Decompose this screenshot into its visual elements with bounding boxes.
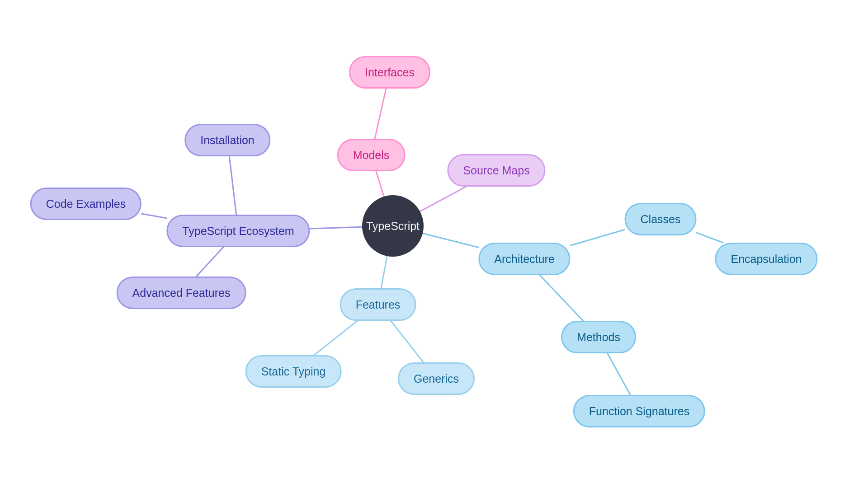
node-generics[interactable]: Generics bbox=[398, 362, 475, 395]
node-label: Methods bbox=[577, 331, 620, 343]
node-code-examples[interactable]: Code Examples bbox=[30, 188, 142, 220]
edge bbox=[423, 234, 478, 248]
node-ecosystem[interactable]: TypeScript Ecosystem bbox=[166, 215, 310, 247]
edge bbox=[381, 256, 387, 288]
node-methods[interactable]: Methods bbox=[561, 321, 636, 353]
edge bbox=[571, 230, 625, 245]
edge bbox=[391, 321, 423, 362]
node-label: Installation bbox=[200, 134, 255, 146]
node-label: Generics bbox=[414, 372, 459, 385]
node-encapsulation[interactable]: Encapsulation bbox=[715, 243, 817, 275]
node-models[interactable]: Models bbox=[337, 139, 406, 171]
edge bbox=[608, 353, 630, 395]
edge bbox=[310, 227, 362, 229]
edge bbox=[142, 214, 166, 218]
node-label: Static Typing bbox=[261, 365, 326, 378]
edge bbox=[196, 247, 223, 277]
mindmap-canvas: TypeScript TypeScript Ecosystem Installa… bbox=[0, 0, 868, 488]
node-label: Interfaces bbox=[365, 66, 415, 79]
edge bbox=[314, 321, 357, 355]
node-source-maps[interactable]: Source Maps bbox=[447, 154, 545, 187]
node-label: Advanced Features bbox=[132, 286, 231, 299]
node-label: Classes bbox=[641, 213, 681, 225]
node-features[interactable]: Features bbox=[340, 288, 416, 321]
node-label: Architecture bbox=[494, 253, 554, 265]
node-root-label: TypeScript bbox=[366, 219, 420, 233]
node-interfaces[interactable]: Interfaces bbox=[349, 56, 430, 89]
node-label: Encapsulation bbox=[731, 253, 802, 265]
node-static-typing[interactable]: Static Typing bbox=[245, 355, 342, 388]
edge bbox=[696, 233, 723, 243]
node-label: TypeScript Ecosystem bbox=[182, 225, 294, 237]
node-label: Features bbox=[356, 298, 401, 311]
node-classes[interactable]: Classes bbox=[625, 203, 697, 235]
node-label: Models bbox=[353, 149, 390, 161]
node-label: Code Examples bbox=[46, 197, 126, 210]
node-advanced-features[interactable]: Advanced Features bbox=[117, 277, 246, 309]
edge bbox=[420, 187, 466, 211]
node-label: Function Signatures bbox=[589, 405, 689, 418]
node-label: Source Maps bbox=[463, 164, 529, 177]
node-root[interactable]: TypeScript bbox=[362, 195, 424, 257]
edge bbox=[375, 89, 386, 139]
edge bbox=[376, 171, 384, 197]
node-architecture[interactable]: Architecture bbox=[478, 243, 570, 275]
node-function-signatures[interactable]: Function Signatures bbox=[573, 395, 705, 427]
edge bbox=[540, 275, 583, 321]
node-installation[interactable]: Installation bbox=[184, 124, 270, 156]
edge bbox=[229, 156, 236, 215]
